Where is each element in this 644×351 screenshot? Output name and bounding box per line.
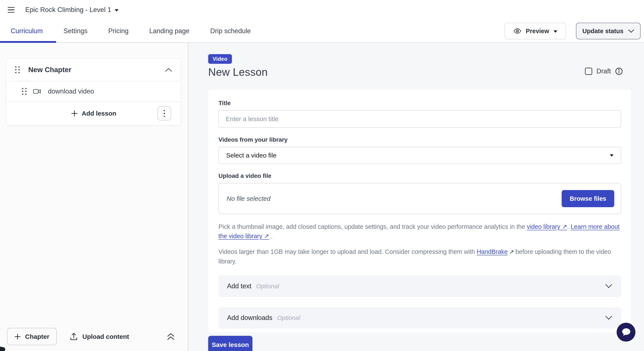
update-status-label: Update status (582, 28, 624, 35)
title-field-label: Title (218, 100, 621, 106)
add-lesson-label: Add lesson (82, 110, 116, 117)
chat-bubble-icon (620, 326, 632, 338)
plus-icon (14, 334, 21, 340)
caret-down-icon (554, 30, 557, 33)
add-chapter-label: Chapter (25, 333, 49, 340)
lesson-form-card: Title Videos from your library Select a … (208, 90, 632, 333)
draft-label: Draft (596, 68, 611, 75)
video-library-link[interactable]: video library ↗ (527, 223, 567, 230)
help-text: . (567, 223, 570, 230)
save-lesson-button[interactable]: Save lesson (208, 336, 252, 351)
library-field-label: Videos from your library (218, 136, 621, 143)
upload-content-label: Upload content (82, 333, 129, 340)
drag-handle-icon[interactable] (15, 66, 20, 73)
lesson-header: Video New Lesson Draft (208, 54, 632, 78)
tab-bar: Curriculum Settings Pricing Landing page… (0, 20, 644, 43)
external-link-arrow-icon: ↗ (508, 249, 516, 255)
caret-down-icon (115, 9, 118, 12)
lesson-type-badge: Video (208, 54, 232, 64)
top-bar: Epic Rock Climbing - Level 1 (0, 0, 644, 20)
content-area: New Chapter download video (0, 43, 644, 351)
tabs: Curriculum Settings Pricing Landing page… (0, 27, 251, 35)
draft-checkbox[interactable] (585, 68, 592, 75)
select-value: Select a video file (226, 152, 276, 159)
handbrake-link[interactable]: HandBrake (477, 248, 508, 255)
plus-icon (71, 110, 78, 117)
hamburger-menu-icon[interactable] (7, 5, 16, 14)
file-size-help-text: Videos larger than 1GB may take longer t… (218, 247, 621, 266)
add-chapter-button[interactable]: Chapter (7, 328, 57, 345)
tab-settings[interactable]: Settings (64, 27, 88, 35)
video-library-select[interactable]: Select a video file (218, 147, 621, 164)
course-switcher[interactable]: Epic Rock Climbing - Level 1 (25, 6, 118, 14)
add-lesson-button[interactable]: Add lesson (70, 110, 118, 117)
tab-pricing[interactable]: Pricing (108, 27, 128, 35)
course-title: Epic Rock Climbing - Level 1 (25, 6, 111, 14)
video-camera-icon (33, 88, 42, 94)
info-icon[interactable] (615, 68, 623, 75)
corner-cutoff-element (0, 346, 6, 351)
accordion-label: Add text (227, 282, 252, 290)
update-status-button[interactable]: Update status (576, 23, 640, 40)
chapter-footer: Add lesson (7, 102, 180, 125)
draft-toggle: Draft (585, 68, 623, 75)
lesson-title-input[interactable] (218, 110, 621, 128)
chapter-options-button[interactable] (158, 106, 171, 120)
chevron-up-icon[interactable] (165, 68, 172, 72)
help-text: . (269, 233, 272, 240)
eye-icon (513, 28, 522, 34)
chat-widget-button[interactable] (616, 323, 636, 342)
accordion-hint: Optional (256, 283, 279, 290)
tab-curriculum[interactable]: Curriculum (11, 27, 43, 35)
tab-actions: Preview Update status (504, 23, 644, 40)
active-tab-underline (0, 41, 56, 43)
caret-down-icon (610, 154, 614, 157)
sidebar-footer: Chapter Upload content (7, 328, 176, 345)
preview-label: Preview (526, 28, 549, 35)
upload-content-button[interactable]: Upload content (69, 332, 130, 341)
upload-icon (70, 332, 78, 341)
curriculum-sidebar: New Chapter download video (0, 43, 188, 351)
chevron-down-icon (605, 316, 612, 320)
file-upload-dropzone[interactable]: No file selected Browse files (218, 183, 621, 214)
accordion-label: Add downloads (227, 314, 272, 322)
help-text: Videos larger than 1GB may take longer t… (218, 248, 477, 255)
chevron-down-icon (628, 29, 634, 33)
upload-field-label: Upload a video file (218, 172, 621, 179)
add-downloads-accordion[interactable]: Add downloads Optional (218, 307, 621, 328)
video-library-help-text: Pick a thumbnail image, add closed capti… (218, 222, 621, 241)
no-file-text: No file selected (226, 195, 270, 202)
drag-handle-icon[interactable] (22, 88, 26, 95)
lesson-row[interactable]: download video (7, 81, 180, 102)
accordion-hint: Optional (277, 314, 300, 322)
help-text: Pick a thumbnail image, add closed capti… (218, 223, 527, 230)
add-text-accordion[interactable]: Add text Optional (218, 276, 621, 297)
chevron-down-icon (605, 284, 612, 288)
page-title: New Lesson (208, 66, 632, 78)
lesson-row-title: download video (48, 88, 94, 95)
tab-drip-schedule[interactable]: Drip schedule (210, 27, 251, 35)
chapter-header[interactable]: New Chapter (7, 59, 180, 81)
chapter-card: New Chapter download video (6, 58, 181, 125)
collapse-all-icon[interactable] (166, 332, 176, 341)
lesson-editor: Video New Lesson Draft Title Videos from… (188, 43, 644, 351)
chapter-title: New Chapter (28, 66, 72, 74)
browse-files-button[interactable]: Browse files (562, 190, 614, 207)
tab-landing-page[interactable]: Landing page (149, 27, 190, 35)
preview-button[interactable]: Preview (504, 23, 566, 40)
